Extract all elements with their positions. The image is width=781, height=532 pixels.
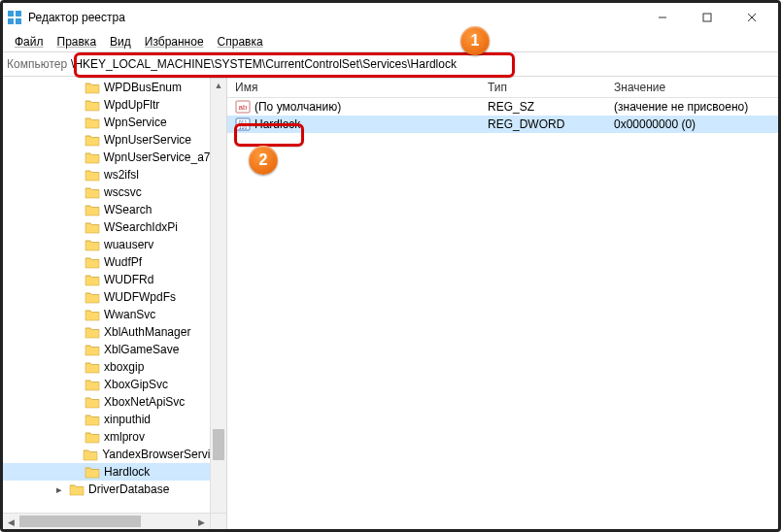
folder-icon [69,482,85,496]
menu-favorites[interactable]: Избранное [139,33,210,50]
tree-item[interactable]: WSearchIdxPi [3,218,226,236]
tree-item-label: WpdUpFltr [104,98,159,112]
tree-item[interactable]: WPDBusEnum [3,79,226,96]
tree-item-label: XblAuthManager [104,325,190,339]
svg-text:110: 110 [239,124,248,130]
window-title: Редактор реестра [28,11,125,24]
column-header-value[interactable]: Значение [606,77,778,97]
tree-item-label: WUDFRd [104,273,153,286]
tree-scrollbar-horizontal[interactable]: ◀ ▶ [3,513,210,529]
value-type: REG_SZ [480,100,606,114]
folder-icon [85,168,100,182]
tree-item[interactable]: WUDFRd [3,271,226,288]
svg-rect-5 [703,14,711,21]
tree-item[interactable]: YandexBrowserService [3,446,226,463]
folder-icon [85,378,100,391]
address-input[interactable] [69,57,774,71]
tree-item-label: YandexBrowserService [102,448,222,461]
list-row[interactable]: ab(По умолчанию)REG_SZ(значение не присв… [227,98,778,116]
list-row[interactable]: 011110HardlockREG_DWORD0x00000000 (0) [227,116,778,133]
tree-item[interactable]: wuauserv [3,236,226,253]
folder-icon [85,430,100,444]
menu-help[interactable]: Справка [212,33,269,50]
tree-item-label: XboxGipSvc [104,378,168,391]
tree-item[interactable]: xboxgip [3,358,226,376]
title-bar[interactable]: Редактор реестра [3,3,778,32]
folder-icon [85,255,100,269]
tree-item[interactable]: WUDFWpdFs [3,288,226,306]
menu-edit[interactable]: Правка [51,33,103,50]
scroll-thumb[interactable] [213,429,224,460]
tree-item[interactable]: XboxNetApiSvc [3,393,226,411]
tree-pane: WPDBusEnumWpdUpFltrWpnServiceWpnUserServ… [3,77,227,529]
scroll-up-button[interactable]: ▲ [211,77,226,93]
string-value-icon: ab [235,99,251,115]
folder-icon [85,273,100,286]
column-header-name[interactable]: Имя [227,77,480,97]
close-button[interactable] [730,3,774,32]
tree-item[interactable]: XblGameSave [3,341,226,358]
folder-icon [85,343,100,356]
svg-rect-2 [8,18,14,24]
tree-item-label: WudfPf [104,255,142,269]
tree-item[interactable]: xmlprov [3,428,226,446]
tree-item[interactable]: wscsvc [3,183,226,201]
menu-bar: Файл Правка Вид Избранное Справка [3,32,778,51]
folder-icon [85,290,100,304]
tree-item[interactable]: XboxGipSvc [3,376,226,393]
tree-item[interactable]: ▸DriverDatabase [3,481,226,498]
tree-item-label: wuauserv [104,238,153,251]
tree-item-label: xmlprov [104,430,145,444]
menu-file[interactable]: Файл [9,33,50,50]
scroll-thumb-h[interactable] [19,515,141,527]
tree-item[interactable]: WpnUserService [3,131,226,149]
folder-icon [85,81,100,94]
svg-rect-0 [8,11,14,17]
tree-item-label: wscsvc [104,185,142,199]
folder-icon [85,465,100,479]
folder-icon [85,308,100,321]
maximize-button[interactable] [685,3,730,32]
folder-icon [83,448,98,461]
tree-item[interactable]: WpdUpFltr [3,96,226,114]
address-bar: Компьютер [3,51,778,77]
tree-item-label: xinputhid [104,413,151,426]
list-body[interactable]: ab(По умолчанию)REG_SZ(значение не присв… [227,98,778,529]
tree-list[interactable]: WPDBusEnumWpdUpFltrWpnServiceWpnUserServ… [3,77,226,529]
tree-item-label: WpnService [104,116,167,129]
tree-item[interactable]: WpnService [3,114,226,131]
tree-item-label: xboxgip [104,360,144,374]
tree-item-label: WSearchIdxPi [104,220,178,234]
annotation-badge-2: 2 [249,146,278,175]
minimize-button[interactable] [640,3,685,32]
tree-item-label: XblGameSave [104,343,179,356]
folder-icon [85,325,100,339]
tree-scrollbar-vertical[interactable]: ▲ ▼ [210,77,226,529]
folder-icon [85,413,100,426]
tree-item[interactable]: WpnUserService_a7ffc [3,149,226,166]
value-name: (По умолчанию) [255,100,341,114]
tree-item[interactable]: WudfPf [3,253,226,271]
folder-icon [85,185,100,199]
svg-text:ab: ab [239,103,248,112]
scroll-right-button[interactable]: ▶ [193,514,210,529]
scroll-corner [210,513,226,529]
tree-item-label: WpnUserService_a7ffc [104,150,223,164]
folder-icon [85,395,100,409]
menu-view[interactable]: Вид [104,33,137,50]
value-data: 0x00000000 (0) [606,117,778,131]
tree-item[interactable]: Hardlock [3,463,226,481]
value-data: (значение не присвоено) [606,100,778,114]
tree-item-label: Hardlock [104,465,150,479]
tree-item[interactable]: xinputhid [3,411,226,428]
folder-icon [85,150,100,164]
tree-item[interactable]: ws2ifsl [3,166,226,183]
tree-item[interactable]: WSearch [3,201,226,218]
tree-item[interactable]: XblAuthManager [3,323,226,341]
tree-caret-icon[interactable]: ▸ [53,483,65,496]
list-header: Имя Тип Значение [227,77,778,98]
tree-item[interactable]: WwanSvc [3,306,226,323]
content-area: WPDBusEnumWpdUpFltrWpnServiceWpnUserServ… [3,77,778,529]
column-header-type[interactable]: Тип [480,77,606,97]
scroll-left-button[interactable]: ◀ [3,514,19,529]
